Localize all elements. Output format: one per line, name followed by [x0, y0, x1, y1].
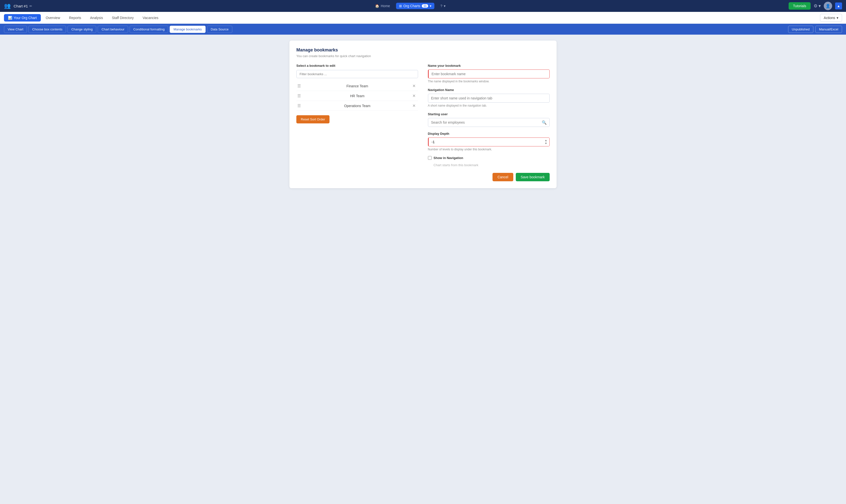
spinner-up-button[interactable]: ▲ — [544, 139, 548, 142]
bookmark-name[interactable]: HR Team — [304, 94, 411, 98]
cancel-button[interactable]: Cancel — [492, 173, 513, 181]
show-in-nav-checkbox[interactable] — [428, 156, 432, 160]
right-column: Name your bookmark The name displayed in… — [428, 64, 550, 181]
remove-bookmark-button[interactable]: ✕ — [411, 93, 417, 99]
scroll-top-button[interactable]: ▲ — [835, 2, 842, 10]
unpublished-label: Unpublished — [792, 28, 810, 31]
bookmark-filter-input[interactable] — [296, 70, 418, 78]
sub-tab-conditional-formatting[interactable]: Conditional formatting — [130, 26, 168, 33]
avatar-icon: 👤 — [826, 4, 830, 8]
settings-chevron-icon: ▾ — [818, 3, 821, 8]
remove-bookmark-button[interactable]: ✕ — [411, 83, 417, 89]
bookmark-name-hint: The name displayed in the bookmarks wind… — [428, 79, 550, 83]
bookmark-item: ☰ HR Team ✕ — [296, 91, 418, 101]
sub-tab-choose-box-contents[interactable]: Choose box contents — [29, 26, 66, 33]
second-nav-tabs: 📊 Your Org Chart Overview Reports Analys… — [4, 14, 162, 21]
remove-bookmark-button[interactable]: ✕ — [411, 103, 417, 109]
actions-button[interactable]: Actions ▾ — [820, 14, 842, 22]
nav-center: 🏠 Home ⊞ Org Charts 11 ▾ ? ▾ — [375, 3, 446, 9]
tutorials-button[interactable]: Tutorials — [789, 2, 811, 10]
sub-tab-data-source-label: Data Source — [211, 28, 229, 31]
drag-handle-icon[interactable]: ☰ — [297, 103, 301, 108]
navigation-name-input[interactable] — [428, 94, 550, 103]
tab-analysis-label: Analysis — [90, 16, 103, 20]
logo-icon: 👥 — [4, 3, 11, 9]
sub-tab-conditional-label: Conditional formatting — [133, 28, 164, 31]
bookmark-list: ☰ Finance Team ✕ ☰ HR Team ✕ ☰ Operation… — [296, 81, 418, 111]
display-depth-group: Display Depth ▲ ▼ Number of levels to di… — [428, 132, 550, 151]
sub-tab-view-chart[interactable]: View Chart — [4, 26, 27, 33]
tab-reports[interactable]: Reports — [65, 14, 85, 21]
bookmark-name[interactable]: Operations Team — [304, 104, 411, 108]
tab-analysis[interactable]: Analysis — [86, 14, 107, 21]
home-link[interactable]: 🏠 Home — [375, 4, 390, 8]
panel-body: Select a bookmark to edit ☰ Finance Team… — [296, 64, 550, 181]
edit-icon[interactable]: ✏ — [30, 4, 32, 8]
help-icon: ? — [440, 4, 442, 8]
tab-label: Your Org Chart — [14, 16, 37, 20]
panel-title: Manage bookmarks — [296, 48, 550, 53]
tab-reports-label: Reports — [69, 16, 81, 20]
reset-sort-order-button[interactable]: Reset Sort Order — [296, 115, 329, 123]
drag-handle-icon[interactable]: ☰ — [297, 93, 301, 98]
manual-excel-label: Manual/Excel — [819, 28, 838, 31]
sub-tab-bookmarks-label: Manage bookmarks — [174, 28, 202, 31]
bookmark-name-input[interactable] — [428, 70, 550, 78]
spinner-controls: ▲ ▼ — [544, 139, 548, 145]
sub-tab-data-source[interactable]: Data Source — [207, 26, 232, 33]
main-content: Manage bookmarks You can create bookmark… — [0, 35, 846, 504]
display-depth-form-label: Display Depth — [428, 132, 550, 136]
sub-nav-right: Unpublished Manual/Excel — [788, 26, 842, 33]
settings-button[interactable]: ⚙ ▾ — [814, 3, 821, 8]
help-button[interactable]: ? ▾ — [440, 4, 446, 8]
org-charts-button[interactable]: ⊞ Org Charts 11 ▾ — [396, 3, 435, 9]
sub-nav-tabs: View Chart Choose box contents Change st… — [4, 26, 232, 33]
org-charts-badge: 11 — [422, 4, 428, 8]
spinner-down-button[interactable]: ▼ — [544, 142, 548, 145]
tab-overview[interactable]: Overview — [42, 14, 64, 21]
navigation-name-group: Navigation Name A short name displayed i… — [428, 88, 550, 107]
sub-tab-change-styling[interactable]: Change styling — [68, 26, 96, 33]
nav-left: 👥 Chart #1 ✏ — [4, 3, 32, 9]
tab-your-org-chart[interactable]: 📊 Your Org Chart — [4, 14, 41, 21]
tab-overview-label: Overview — [46, 16, 60, 20]
show-in-nav-label[interactable]: Show in Navigation — [434, 156, 463, 160]
show-in-nav-row: Show in Navigation — [428, 156, 550, 160]
tab-vacancies-label: Vacancies — [143, 16, 159, 20]
sub-tab-manage-bookmarks[interactable]: Manage bookmarks — [170, 26, 205, 33]
tab-staff-directory[interactable]: Staff Directory — [108, 14, 138, 21]
org-charts-label: Org Charts — [403, 4, 420, 8]
tab-staff-label: Staff Directory — [112, 16, 133, 20]
drag-handle-icon[interactable]: ☰ — [297, 84, 301, 88]
display-depth-hint: Number of levels to display under this b… — [428, 148, 550, 151]
search-icon: 🔍 — [542, 120, 547, 125]
tab-icon: 📊 — [8, 16, 12, 20]
gear-icon: ⚙ — [814, 3, 817, 8]
grid-icon: ⊞ — [399, 4, 402, 8]
manual-excel-button[interactable]: Manual/Excel — [815, 26, 842, 33]
sub-tab-behaviour-label: Chart behaviour — [102, 28, 124, 31]
save-bookmark-button[interactable]: Save bookmark — [516, 173, 550, 181]
sub-navigation: View Chart Choose box contents Change st… — [0, 24, 846, 35]
sub-tab-view-chart-label: View Chart — [8, 28, 23, 31]
tab-vacancies[interactable]: Vacancies — [139, 14, 163, 21]
bookmark-name-form-label: Name your bookmark — [428, 64, 550, 68]
sub-tab-styling-label: Change styling — [71, 28, 92, 31]
bookmark-name-group: Name your bookmark The name displayed in… — [428, 64, 550, 83]
bookmark-item: ☰ Operations Team ✕ — [296, 101, 418, 111]
sub-tab-choose-box-label: Choose box contents — [32, 28, 62, 31]
org-charts-chevron-icon: ▾ — [430, 4, 431, 8]
sub-tab-chart-behaviour[interactable]: Chart behaviour — [98, 26, 128, 33]
chart-title: Chart #1 ✏ — [14, 4, 32, 8]
form-footer: Cancel Save bookmark — [428, 173, 550, 181]
employee-search-input[interactable] — [428, 118, 550, 127]
avatar[interactable]: 👤 — [824, 2, 832, 10]
bookmark-item: ☰ Finance Team ✕ — [296, 81, 418, 91]
bookmark-name[interactable]: Finance Team — [304, 84, 411, 88]
second-navigation: 📊 Your Org Chart Overview Reports Analys… — [0, 12, 846, 24]
unpublished-button[interactable]: Unpublished — [788, 26, 813, 33]
home-label: Home — [381, 4, 390, 8]
top-navigation: 👥 Chart #1 ✏ 🏠 Home ⊞ Org Charts 11 ▾ ? … — [0, 0, 846, 12]
display-depth-input[interactable] — [428, 138, 550, 146]
chart-name-label: Chart #1 — [14, 4, 28, 8]
